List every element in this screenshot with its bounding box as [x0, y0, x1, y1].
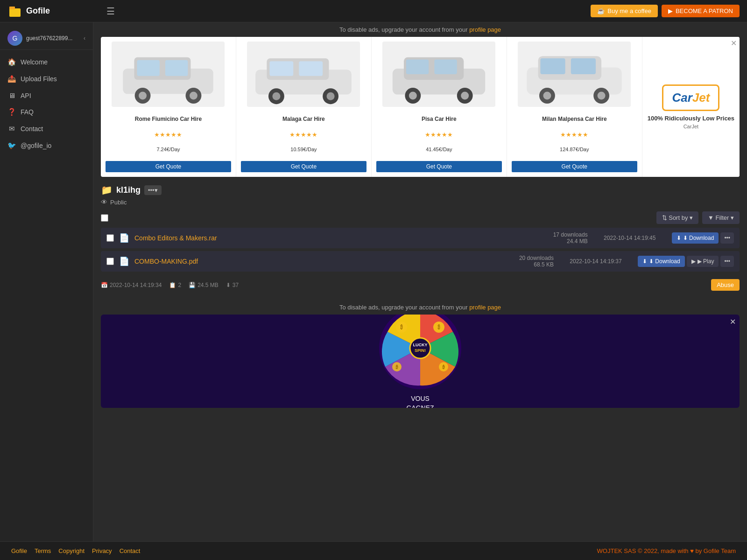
file-size-1: 24.4 MB: [541, 238, 588, 245]
folder-icon: 📁: [101, 184, 113, 196]
car-quote-btn-1[interactable]: Get Quote: [106, 161, 231, 172]
car-quote-btn-3[interactable]: Get Quote: [376, 161, 502, 172]
sidebar-label-welcome: Welcome: [21, 58, 48, 66]
twitter-icon: 🐦: [7, 141, 16, 150]
api-icon: 🖥: [7, 91, 16, 99]
close-bottom-ad-button[interactable]: ✕: [730, 317, 736, 326]
sidebar-label-faq: FAQ: [21, 108, 34, 116]
car-image-3: [382, 42, 495, 107]
carjet-provider: CarJet: [684, 124, 698, 129]
svg-rect-8: [137, 60, 160, 76]
footer-link-copyright[interactable]: Copyright: [58, 547, 85, 554]
profile-page-link-bottom[interactable]: profile page: [469, 304, 501, 311]
bottom-ad-section: To disable ads, upgrade your account fro…: [93, 295, 747, 413]
sidebar-item-api[interactable]: 🖥 API: [0, 87, 93, 104]
svg-rect-0: [9, 8, 21, 17]
svg-text:₿: ₿: [395, 364, 398, 370]
toolbar-right: ⇅ Sort by ▾ ▼ Filter ▾: [656, 211, 740, 224]
car-title-1: Rome Fiumicino Car Hire: [135, 116, 202, 122]
svg-text:LUCKY: LUCKY: [413, 343, 428, 347]
footer-link-privacy[interactable]: Privacy: [92, 547, 112, 554]
contact-icon: ✉: [7, 125, 16, 133]
file-name-1[interactable]: Combo Editors & Makers.rar: [134, 234, 536, 242]
buy-coffee-button[interactable]: ☕ Buy me a coffee: [591, 5, 658, 17]
top-ad-notice: To disable ads, upgrade your account fro…: [93, 22, 747, 37]
folder-name: kl1ihg: [116, 185, 141, 195]
svg-point-15: [327, 92, 335, 100]
file-checkbox-1[interactable]: [106, 234, 114, 242]
car-stars-3: ★★★★★: [425, 131, 453, 138]
sidebar-item-welcome[interactable]: 🏠 Welcome: [0, 54, 93, 70]
ad-car-3: Pisa Car Hire ★★★★★ 41.45€/Day Get Quote: [372, 37, 507, 177]
filter-button[interactable]: ▼ Filter ▾: [702, 211, 740, 224]
sidebar-item-faq[interactable]: ❓ FAQ: [0, 104, 93, 120]
file-date-2: 2022-10-14 14:19:37: [558, 258, 633, 265]
svg-rect-32: [541, 58, 565, 74]
svg-point-7: [190, 92, 197, 100]
download-button-1[interactable]: ⬇ ⬇ Download: [672, 232, 719, 244]
svg-rect-25: [435, 60, 457, 74]
file-size-2: 68.5 KB: [507, 261, 554, 268]
svg-point-5: [139, 92, 147, 100]
become-patron-button[interactable]: ▶ BECOME A PATRON: [662, 5, 740, 17]
sort-by-button[interactable]: ⇅ Sort by ▾: [656, 211, 698, 224]
logo: Gofile: [7, 4, 101, 19]
menu-toggle-button[interactable]: ☰: [106, 6, 115, 17]
coffee-icon: ☕: [597, 7, 605, 14]
sidebar-item-upload[interactable]: 📤 Upload Files: [0, 70, 93, 87]
footer-link-gofile[interactable]: Gofile: [11, 547, 27, 554]
svg-text:₿: ₿: [442, 364, 445, 370]
footer-link-contact[interactable]: Contact: [120, 547, 141, 554]
svg-text:SPIN!: SPIN!: [415, 348, 426, 353]
file-toolbar: ⇅ Sort by ▾ ▼ Filter ▾: [101, 211, 740, 224]
svg-text:₿: ₿: [400, 324, 403, 330]
car-title-3: Pisa Car Hire: [422, 116, 457, 122]
bottom-ad-banner[interactable]: BC.GAME: [101, 315, 740, 408]
more-button-2[interactable]: •••: [720, 256, 734, 267]
rar-file-icon: 📄: [119, 233, 130, 243]
carjet-tagline: 100% Ridiculously Low Prices: [648, 115, 734, 122]
more-button-1[interactable]: •••: [720, 232, 734, 244]
carjet-logo-section: CarJet 100% Ridiculously Low Prices CarJ…: [642, 37, 740, 177]
header-buttons: ☕ Buy me a coffee ▶ BECOME A PATRON: [591, 5, 740, 17]
footer-copyright: WOJTEK SAS © 2022, made with ♥ by Gofile…: [597, 547, 736, 554]
car-price-3: 41.45€/Day: [426, 147, 452, 152]
download-button-2[interactable]: ⬇ ⬇ Download: [638, 256, 685, 267]
svg-rect-9: [165, 60, 188, 76]
downloads-icon: ⬇: [226, 282, 231, 288]
file-name-2[interactable]: COMBO-MAKING.pdf: [134, 258, 502, 265]
visibility-label: Public: [110, 199, 127, 206]
file-checkbox-2[interactable]: [106, 258, 114, 265]
page-footer: Gofile Terms Copyright Privacy Contact W…: [0, 541, 747, 560]
sidebar-user[interactable]: G guest767622899... ‹: [0, 27, 93, 50]
select-all-checkbox[interactable]: [101, 214, 108, 222]
svg-point-31: [598, 92, 606, 100]
main-content: To disable ads, upgrade your account fro…: [93, 22, 747, 541]
sidebar-item-contact[interactable]: ✉ Contact: [0, 120, 93, 137]
folder-menu-button[interactable]: •••▾: [144, 185, 162, 195]
profile-page-link-top[interactable]: profile page: [469, 26, 501, 33]
svg-rect-17: [299, 61, 323, 76]
patron-icon: ▶: [668, 7, 673, 14]
svg-rect-24: [406, 60, 429, 74]
download-icon-2: ⬇: [642, 258, 647, 265]
play-button-2[interactable]: ▶ ▶ Play: [687, 256, 719, 267]
car-price-4: 124.87€/Day: [560, 147, 589, 152]
avatar: G: [7, 31, 22, 46]
ad-car-2: Malaga Car Hire ★★★★★ 10.59€/Day Get Quo…: [236, 37, 372, 177]
footer-downloads: ⬇ 37: [226, 282, 239, 288]
abuse-button[interactable]: Abuse: [711, 279, 740, 291]
car-image-2: [247, 42, 360, 107]
file-downloads-1: 17 downloads: [541, 231, 588, 238]
car-quote-btn-2[interactable]: Get Quote: [241, 161, 366, 172]
car-quote-btn-4[interactable]: Get Quote: [512, 161, 637, 172]
table-row: 📄 COMBO-MAKING.pdf 20 downloads 68.5 KB …: [101, 251, 740, 272]
car-stars-2: ★★★★★: [289, 131, 317, 138]
footer-files-count: 📋 2: [169, 282, 181, 288]
footer-link-terms[interactable]: Terms: [35, 547, 51, 554]
faq-icon: ❓: [7, 108, 16, 116]
file-actions-2: ⬇ ⬇ Download ▶ ▶ Play •••: [638, 256, 734, 267]
close-ad-button[interactable]: ✕: [731, 39, 737, 48]
sidebar-item-twitter[interactable]: 🐦 @gofile_io: [0, 137, 93, 154]
file-downloads-2: 20 downloads: [507, 255, 554, 261]
